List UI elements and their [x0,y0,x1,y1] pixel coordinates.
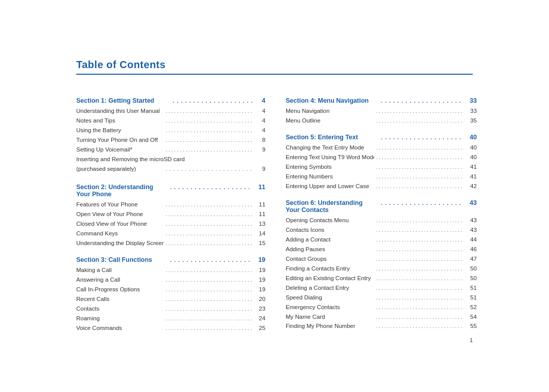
list-item: (purchased separately). . . . . . . . . … [76,164,265,176]
list-item: Features of Your Phone. . . . . . . . . … [76,200,265,209]
item-dots: . . . . . . . . . . . . . . . . . . . . … [164,295,255,304]
item-label: Menu Navigation [286,106,374,116]
item-dots: . . . . . . . . . . . . . . . . . . . . … [374,173,467,182]
list-item: Editing an Existing Contact Entry. . . .… [286,274,477,283]
list-item: Understanding the Display Screen. . . . … [76,238,265,248]
list-item: Adding Pauses. . . . . . . . . . . . . .… [286,245,477,254]
section-dots: . . . . . . . . . . . . . . . . . . . . [164,257,256,263]
item-dots: . . . . . . . . . . . . . . . . . . . . … [164,239,255,248]
section-dots: . . . . . . . . . . . . . . . . . . . . [164,184,256,190]
item-dots: . . . . . . . . . . . . . . . . . . . . … [374,144,467,153]
item-label: Roaming [76,314,164,323]
section-heading: Section 5: Entering Text. . . . . . . . … [286,134,477,141]
item-label: Contact Groups [286,254,374,264]
section-dots: . . . . . . . . . . . . . . . . . . . . [166,98,260,104]
item-dots: . . . . . . . . . . . . . . . . . . . . … [164,276,255,285]
item-dots: . . . . . . . . . . . . . . . . . . . . … [374,275,467,283]
item-page-number: 19 [255,285,265,294]
item-page-number: 33 [467,106,477,116]
item-label: (purchased separately) [76,164,163,174]
item-dots: . . . . . . . . . . . . . . . . . . . . … [374,107,467,116]
item-label: Making a Call [76,265,164,275]
item-label: Turning Your Phone On and Off [76,135,164,145]
item-label: Notes and Tips [76,116,164,126]
item-label: Menu Outline [286,116,374,126]
list-item: Adding a Contact. . . . . . . . . . . . … [286,235,477,245]
item-page-number: 41 [467,172,477,182]
section-page-number: 19 [258,256,265,263]
section-dots: . . . . . . . . . . . . . . . . . . . . [375,200,468,206]
section-page-number: 33 [470,97,477,104]
item-label: Setting Up Voicemail* [76,145,164,155]
item-page-number: 11 [255,209,265,219]
item-page-number: 4 [255,126,265,135]
list-item: Menu Navigation. . . . . . . . . . . . .… [286,106,477,116]
list-item: Entering Numbers. . . . . . . . . . . . … [286,172,477,182]
section-title: Section 4: Menu Navigation [286,97,375,104]
item-label: Contacts [76,304,164,314]
section-title: Section 6: Understanding Your Contacts [286,199,375,214]
item-page-number: 14 [255,229,265,238]
item-page-number: 13 [255,219,265,229]
item-label: Adding a Contact [286,235,374,245]
item-label: Recent Calls [76,294,164,304]
item-page-number: 50 [467,274,477,283]
item-page-number: 44 [467,235,477,245]
item-page-number: 4 [255,116,265,126]
item-dots: . . . . . . . . . . . . . . . . . . . . … [164,315,255,323]
section-heading: Section 4: Menu Navigation. . . . . . . … [286,97,477,104]
item-label: Finding a Contacts Entry [286,264,374,274]
section-heading: Section 6: Understanding Your Contacts. … [286,199,477,214]
list-item: Changing the Text Entry Mode. . . . . . … [286,143,477,153]
item-dots: . . . . . . . . . . . . . . . . . . . . … [374,154,467,162]
section-title: Section 3: Call Functions [76,256,164,263]
list-item: Roaming. . . . . . . . . . . . . . . . .… [76,314,265,323]
item-label: Closed View of Your Phone [76,219,164,229]
item-label: Understanding the Display Screen [76,238,164,248]
item-label: Finding My Phone Number [286,321,374,331]
list-item: Speed Dialing. . . . . . . . . . . . . .… [286,293,477,303]
item-dots: . . . . . . . . . . . . . . . . . . . . … [374,246,467,254]
item-dots: . . . . . . . . . . . . . . . . . . . . … [374,313,467,322]
list-item: Deleting a Contact Entry. . . . . . . . … [286,283,477,293]
section-heading: Section 2: Understanding Your Phone. . .… [76,184,265,198]
item-dots: . . . . . . . . . . . . . . . . . . . . … [164,305,255,314]
item-dots: . . . . . . . . . . . . . . . . . . . . … [164,146,255,155]
list-item: Inserting and Removing the microSD card [76,155,265,164]
item-label: My Name Card [286,312,374,322]
section-page-number: 11 [258,184,265,191]
item-label: Entering Text Using T9 Word Mode [286,153,374,162]
item-page-number: 20 [255,294,265,304]
list-item: Finding My Phone Number. . . . . . . . .… [286,321,477,331]
item-page-number: 50 [467,264,477,274]
item-label: Using the Battery [76,126,164,135]
item-page-number: 46 [467,245,477,254]
page-number: 1 [470,337,473,343]
list-item: My Name Card. . . . . . . . . . . . . . … [286,312,477,322]
list-item: Closed View of Your Phone. . . . . . . .… [76,219,265,229]
item-page-number: 40 [467,153,477,162]
section-page-number: 4 [262,97,265,104]
item-dots: . . . . . . . . . . . . . . . . . . . . … [164,127,255,135]
section-dots: . . . . . . . . . . . . . . . . . . . . [375,98,468,104]
item-label: Call In-Progress Options [76,285,164,294]
item-label: Features of Your Phone [76,200,164,209]
item-label: Opening Contacts Menu [286,216,374,225]
toc-columns: Section 1: Getting Started. . . . . . . … [76,89,473,333]
item-dots: . . . . . . . . . . . . . . . . . . . . … [164,107,255,116]
list-item: Answering a Call. . . . . . . . . . . . … [76,275,265,285]
item-dots: . . . . . . . . . . . . . . . . . . . . … [164,136,255,145]
item-label: Open View of Your Phone [76,209,164,219]
list-item: Making a Call. . . . . . . . . . . . . .… [76,265,265,275]
item-dots: . . . . . . . . . . . . . . . . . . . . … [164,266,255,275]
item-label: Deleting a Contact Entry [286,283,374,293]
item-page-number: 47 [467,254,477,264]
list-item: Menu Outline. . . . . . . . . . . . . . … [286,116,477,126]
item-dots: . . . . . . . . . . . . . . . . . . . . … [374,322,467,331]
item-dots: . . . . . . . . . . . . . . . . . . . . … [374,163,467,172]
item-label: Entering Symbols [286,162,374,172]
section-dots: . . . . . . . . . . . . . . . . . . . . [375,134,468,140]
list-item: Recent Calls. . . . . . . . . . . . . . … [76,294,265,304]
item-dots: . . . . . . . . . . . . . . . . . . . . … [164,220,255,229]
list-item: Setting Up Voicemail*. . . . . . . . . .… [76,145,265,155]
